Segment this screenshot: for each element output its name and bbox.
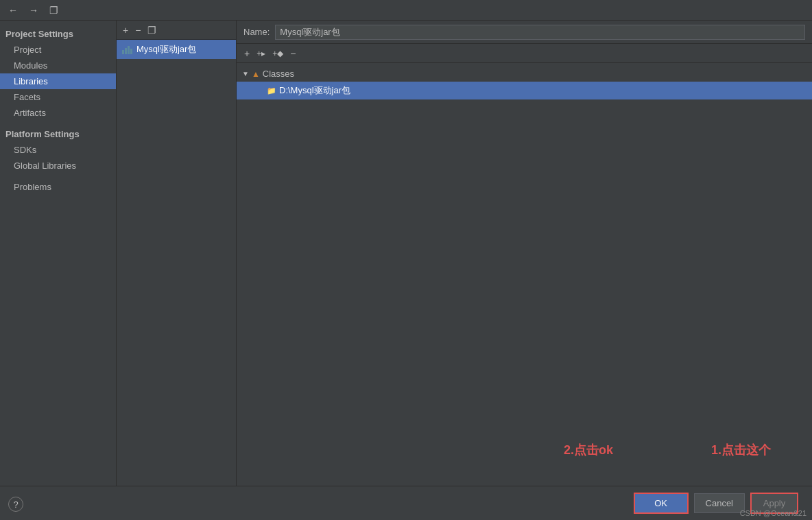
cancel-button[interactable]: Cancel [694, 493, 745, 513]
detail-add-native-button[interactable]: +◆ [270, 49, 285, 58]
forward-button[interactable]: → [26, 3, 41, 17]
sidebar: Project Settings Project Modules Librari… [0, 21, 117, 486]
copy-button[interactable]: ❐ [47, 3, 61, 17]
sidebar-item-sdks[interactable]: SDKs [0, 142, 116, 158]
lib-item-mysql[interactable]: Mysql驱动jar包 [117, 40, 236, 59]
lib-copy-button[interactable]: ❐ [145, 25, 158, 36]
lib-item-label: Mysql驱动jar包 [136, 43, 196, 56]
sidebar-item-global-libraries[interactable]: Global Libraries [0, 158, 116, 174]
path-label: D:\Mysql驱动jar包 [279, 84, 350, 97]
bottom-bar: ? OK Cancel Apply [0, 486, 812, 520]
project-settings-title: Project Settings [0, 26, 116, 42]
tree-classes-row[interactable]: ▼ ▲ Classes [237, 66, 812, 82]
main-layout: Project Settings Project Modules Librari… [0, 21, 812, 486]
name-label: Name: [243, 27, 270, 37]
platform-settings-title: Platform Settings [0, 126, 116, 142]
sidebar-item-facets[interactable]: Facets [0, 89, 116, 105]
bar-chart-icon [122, 45, 132, 54]
lib-add-button[interactable]: + [121, 25, 130, 36]
top-toolbar: ← → ❐ [0, 0, 812, 21]
classes-folder-icon: ▲ [252, 69, 260, 79]
apply-button[interactable]: Apply [750, 493, 798, 514]
back-button[interactable]: ← [5, 3, 21, 17]
chevron-down-icon: ▼ [242, 70, 249, 78]
sidebar-item-problems[interactable]: Problems [0, 179, 116, 195]
detail-remove-button[interactable]: − [288, 48, 298, 59]
folder-small-icon: 📁 [267, 86, 276, 95]
tree-path-row[interactable]: 📁 D:\Mysql驱动jar包 [237, 82, 812, 99]
detail-toolbar: + +▸ +◆ − [237, 44, 812, 63]
ok-button[interactable]: OK [634, 493, 689, 514]
lib-remove-button[interactable]: − [133, 25, 143, 36]
sidebar-item-artifacts[interactable]: Artifacts [0, 105, 116, 121]
help-button[interactable]: ? [8, 497, 23, 512]
lib-panel-toolbar: + − ❐ [117, 21, 236, 40]
lib-panel: + − ❐ Mysql驱动jar包 [117, 21, 237, 486]
detail-panel: Name: + +▸ +◆ − ▼ ▲ Classes 📁 D:\Mysql驱动… [237, 21, 812, 486]
classes-label: Classes [263, 69, 294, 79]
detail-add-jar-button[interactable]: +▸ [254, 49, 267, 58]
detail-add-button[interactable]: + [242, 48, 252, 59]
sidebar-item-modules[interactable]: Modules [0, 58, 116, 73]
detail-tree: ▼ ▲ Classes 📁 D:\Mysql驱动jar包 [237, 63, 812, 486]
sidebar-item-libraries[interactable]: Libraries [0, 73, 116, 89]
name-input[interactable] [275, 25, 805, 40]
detail-name-row: Name: [237, 21, 812, 44]
sidebar-item-project[interactable]: Project [0, 42, 116, 58]
